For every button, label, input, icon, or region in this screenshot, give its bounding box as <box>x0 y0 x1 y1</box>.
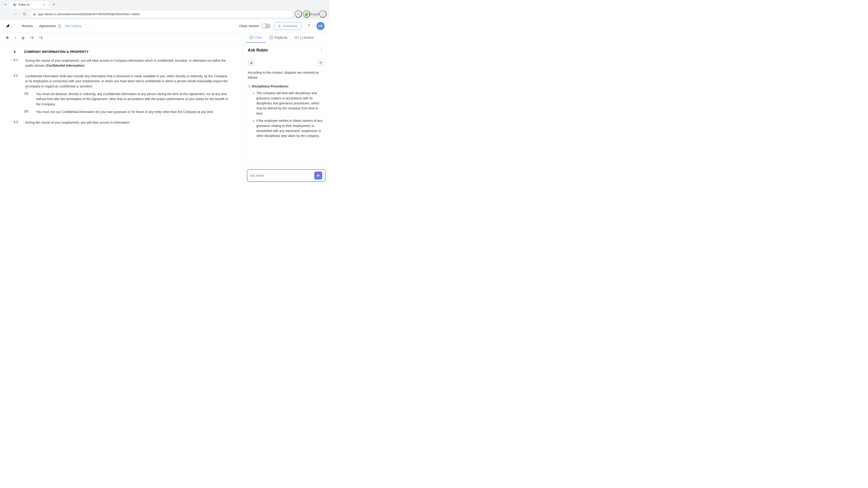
reload-btn[interactable]: ↻ <box>21 10 28 18</box>
response-header <box>248 59 324 67</box>
section-title: COMPANY INFORMATION & PROPERTY <box>24 50 89 54</box>
agreement-section: Agreement 📋 <box>39 24 61 28</box>
sub-clause-b: (b) You must not use Confidential Inform… <box>24 109 229 114</box>
panel-content: Ask Robin ⋮ <box>243 43 329 184</box>
menu-btn[interactable]: ⋮ <box>319 10 327 18</box>
bold-btn[interactable]: B <box>4 35 10 40</box>
clause-num-4-2: 4.2 <box>13 74 22 89</box>
response-area[interactable]: According to the contract, disputes are … <box>243 56 329 166</box>
send-btn[interactable] <box>314 171 322 180</box>
tab-chat[interactable]: Chat <box>246 33 266 43</box>
indent-btn[interactable] <box>38 35 44 41</box>
response-intro-text: According to the contract, disputes are … <box>248 70 324 80</box>
clause-4-1: 4.1 During the course of your employment… <box>13 58 229 68</box>
clause-text-4-2: Confidential Information shall also incl… <box>25 74 229 89</box>
tab-playbook-label: Playbook <box>274 36 287 39</box>
ask-input-area <box>243 166 329 184</box>
send-icon <box>316 174 320 177</box>
clause-4-2: 4.2 Confidential Information shall also … <box>13 74 229 115</box>
svg-point-2 <box>251 37 252 38</box>
clause-text-4-3: During the course of your employment, yo… <box>25 120 229 125</box>
tab-actions-label: [ ] Actions <box>300 36 314 39</box>
cursor-highlight: e <box>25 85 27 89</box>
user-avatar[interactable]: LD <box>316 22 324 30</box>
more-options-btn[interactable]: ⋮ <box>318 46 324 54</box>
svg-point-1 <box>251 37 251 38</box>
browser-chrome: ▾ 🐦 Robin AI ✕ + ← → ↻ 🔒 app.robinai.co.… <box>0 0 329 19</box>
panel-tabs: Chat Playbook [ ] Actions <box>243 33 329 43</box>
app-header: Review Agreement 📋 See History Clean Ver… <box>0 19 329 33</box>
tab-dropdown-btn[interactable]: ▾ <box>3 2 8 7</box>
response-bullets: The company will deal with disciplinary … <box>252 91 324 138</box>
actions-icon <box>294 35 299 39</box>
clause-num-4-3: 4.3 <box>13 120 22 125</box>
incognito-label: Incognito <box>311 10 318 18</box>
underline-btn[interactable]: U <box>20 35 26 40</box>
tab-favicon: 🐦 <box>13 3 17 6</box>
forward-btn[interactable]: → <box>12 10 19 18</box>
robin-ai-tab[interactable]: 🐦 Robin AI ✕ <box>9 1 50 8</box>
response-bullet-2: If the employee wishes to obtain redress… <box>256 118 324 138</box>
svg-rect-8 <box>320 62 322 64</box>
tab-actions[interactable]: [ ] Actions <box>291 33 317 43</box>
tab-title: Robin AI <box>19 3 30 6</box>
clean-version-toggle[interactable] <box>261 24 270 29</box>
download-btn[interactable]: Download <box>274 22 301 30</box>
section-heading: 4 COMPANY INFORMATION & PROPERTY <box>13 50 229 54</box>
ask-robin-title: Ask Robin <box>248 48 268 53</box>
sub-clause-label-a: (a) <box>24 92 33 107</box>
ask-input-wrapper <box>247 169 326 182</box>
lock-icon: 🔒 <box>33 12 36 15</box>
italic-btn[interactable]: i <box>13 35 18 40</box>
copy-response-btn[interactable] <box>317 59 324 66</box>
editor-pane: B i U 4 COMPANY IN <box>0 33 243 184</box>
new-tab-btn[interactable]: + <box>51 1 57 8</box>
ask-robin-input[interactable] <box>250 174 312 177</box>
clause-num-4-1: 4.1 <box>13 58 22 68</box>
sub-clause-text-b: You must not use Confidential Informatio… <box>36 109 229 114</box>
clean-version-section: Clean Version <box>239 24 270 29</box>
help-btn[interactable]: ? <box>305 22 313 30</box>
agreement-label: Agreement <box>39 24 56 28</box>
sub-clause-a: (a) You must not disclose, directly or i… <box>24 92 229 107</box>
see-history-btn[interactable]: See History <box>65 24 81 28</box>
response-section-heading: Disciplinary Procedures: <box>252 84 324 89</box>
url-text: app.robinai.co.uk/review/contract/Q29udH… <box>38 12 290 16</box>
editor-content[interactable]: 4 COMPANY INFORMATION & PROPERTY 4.1 Dur… <box>0 43 243 184</box>
svg-point-3 <box>252 37 252 38</box>
editor-toolbar: B i U <box>0 33 243 43</box>
response-list: Disciplinary Procedures: The company wil… <box>248 84 324 138</box>
logo <box>4 22 12 30</box>
chat-icon <box>250 35 254 39</box>
playbook-icon <box>269 35 273 39</box>
svg-point-7 <box>252 61 253 62</box>
clause-4-3: 4.3 During the course of your employment… <box>13 120 229 125</box>
tab-close-btn[interactable]: ✕ <box>42 3 46 6</box>
ask-robin-header: Ask Robin ⋮ <box>243 43 329 56</box>
bookmark-btn[interactable]: ☆ <box>295 10 302 18</box>
clause-text-4-1: During the course of your employment, yo… <box>25 58 229 68</box>
copy-doc-icon: 📋 <box>58 24 61 28</box>
svg-point-0 <box>9 24 9 25</box>
response-bullet-1: The company will deal with disciplinary … <box>256 91 324 116</box>
tab-chat-label: Chat <box>255 36 262 39</box>
url-bar[interactable]: 🔒 app.robinai.co.uk/review/contract/Q29u… <box>30 10 293 18</box>
section-number: 4 <box>13 50 20 54</box>
outdent-btn[interactable] <box>29 35 35 41</box>
sub-clause-label-b: (b) <box>24 109 33 114</box>
robin-response-icon <box>248 59 255 67</box>
robin-icon <box>248 59 255 66</box>
svg-rect-5 <box>295 37 298 38</box>
clean-version-label: Clean Version <box>239 24 259 28</box>
content-area: B i U 4 COMPANY IN <box>0 33 329 184</box>
download-icon <box>278 24 281 28</box>
logo-bird-icon <box>4 22 12 30</box>
window-controls[interactable]: ▾ 🐦 Robin AI ✕ + <box>3 1 57 8</box>
sub-clause-text-a: You must not disclose, directly or indir… <box>36 92 229 107</box>
back-btn[interactable]: ← <box>3 10 10 18</box>
tab-playbook[interactable]: Playbook <box>266 33 291 43</box>
right-panel: Chat Playbook [ ] Actions <box>243 33 329 184</box>
review-btn[interactable]: Review <box>19 23 35 29</box>
